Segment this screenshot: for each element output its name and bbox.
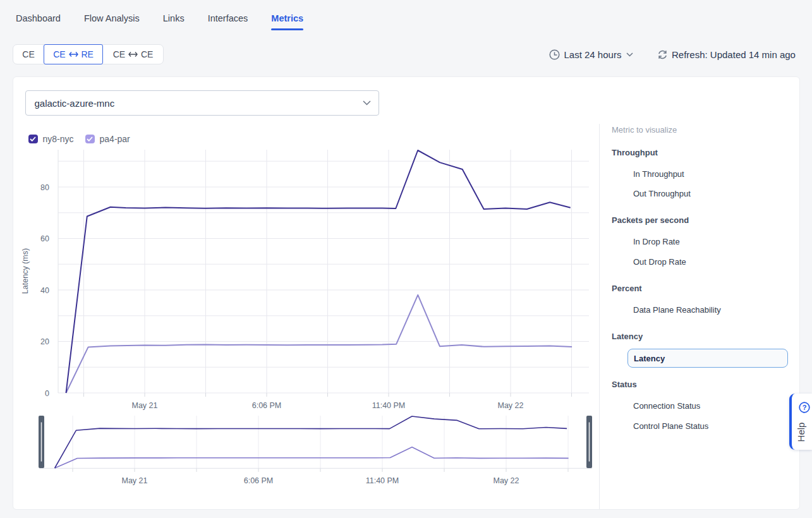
svg-text:6:06 PM: 6:06 PM [252,401,282,410]
svg-text:May 21: May 21 [132,401,158,410]
svg-text:May 22: May 22 [494,476,519,485]
svg-text:20: 20 [40,337,49,346]
svg-text:40: 40 [40,286,49,295]
svg-text:60: 60 [40,234,49,243]
svg-text:80: 80 [40,183,49,192]
svg-text:May 22: May 22 [498,401,524,410]
svg-text:0: 0 [45,389,49,398]
svg-text:Latency (ms): Latency (ms) [21,248,30,294]
svg-text:11:40 PM: 11:40 PM [372,401,406,410]
svg-text:11:40 PM: 11:40 PM [366,476,399,485]
svg-text:?: ? [803,404,807,411]
svg-text:6:06 PM: 6:06 PM [244,476,274,485]
svg-text:May 21: May 21 [122,476,148,485]
